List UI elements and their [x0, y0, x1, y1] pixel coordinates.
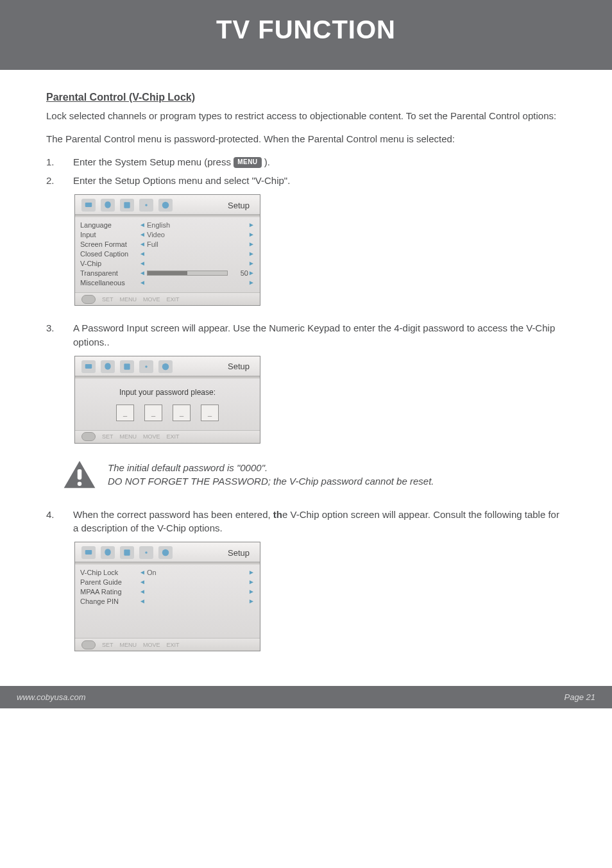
osd-setup-screenshot: Setup Language◄English► Input◄Video► Scr… [74, 194, 566, 306]
section-heading: Parental Control (V-Chip Lock) [46, 92, 566, 103]
left-arrow-icon: ◄ [139, 240, 146, 247]
step-text: Enter the Setup Options menu and select … [73, 174, 290, 188]
left-arrow-icon: ◄ [139, 588, 146, 595]
osd-label: Transparent [80, 269, 139, 277]
left-arrow-icon: ◄ [139, 597, 146, 605]
note-line-1: The initial default password is "0000". [108, 461, 434, 474]
osd-value: On [146, 569, 248, 576]
osd-footer-set: SET [102, 642, 114, 648]
warning-text: The initial default password is "0000". … [108, 461, 434, 488]
step-number: 1. [46, 155, 58, 169]
left-arrow-icon: ◄ [139, 260, 146, 267]
osd-tab-icon [158, 199, 173, 212]
note-line-2: DO NOT FORGET THE PASSWORD; the V-Chip p… [108, 474, 434, 488]
svg-point-3 [162, 202, 169, 209]
menu-key-icon: MENU [234, 157, 261, 168]
osd-row: Closed Caption◄► [80, 249, 255, 258]
password-digit-box: _ [116, 405, 134, 421]
svg-rect-5 [124, 363, 130, 369]
osd-tab-icon [101, 546, 115, 559]
osd-row: Language◄English► [80, 220, 255, 230]
step-3: 3. A Password Input screen will appear. … [46, 321, 566, 349]
osd-label: Change PIN [80, 597, 139, 605]
osd-title: Setup [228, 548, 253, 558]
osd-tab-icon [101, 199, 115, 212]
remote-icon [81, 432, 96, 441]
right-arrow-icon: ► [248, 597, 255, 605]
osd-password-prompt: Input your password please: [75, 379, 260, 405]
osd-title: Setup [228, 362, 253, 371]
osd-row: Miscellaneous◄► [80, 278, 255, 287]
svg-rect-0 [85, 203, 92, 207]
step-text: Enter the System Setup menu (press MENU … [73, 155, 270, 169]
osd-tab-icon [81, 199, 96, 212]
right-arrow-icon: ► [248, 240, 255, 247]
osd-slider-fill [148, 271, 187, 275]
osd-panel: Setup V-Chip Lock◄On► Parent Guide◄► MPA… [74, 542, 260, 651]
svg-point-6 [145, 365, 148, 368]
osd-label: Closed Caption [80, 250, 139, 258]
right-arrow-icon: ► [248, 221, 255, 228]
osd-footer-set: SET [102, 296, 114, 303]
warning-icon [63, 459, 96, 490]
osd-footer-move: MOVE [143, 433, 160, 440]
left-arrow-icon: ◄ [139, 221, 146, 228]
steps-list-cont2: 4. When the correct password has been en… [46, 508, 566, 536]
osd-tab-icon [120, 199, 134, 212]
osd-label: V-Chip [80, 260, 139, 267]
steps-list: 1. Enter the System Setup menu (press ME… [46, 155, 566, 188]
osd-label: Screen Format [80, 240, 139, 248]
osd-tab-icon [139, 360, 153, 373]
left-arrow-icon: ◄ [139, 231, 146, 238]
osd-tab-row: Setup [75, 195, 260, 215]
osd-tab-row: Setup [75, 542, 260, 562]
right-arrow-icon: ► [248, 588, 255, 595]
osd-tab-icon [81, 546, 96, 559]
password-digit-box: _ [144, 405, 162, 421]
osd-footer-menu: MENU [120, 642, 137, 648]
osd-footer-exit: EXIT [167, 433, 180, 440]
osd-label: Miscellaneous [80, 279, 139, 287]
left-arrow-icon: ◄ [139, 250, 146, 257]
protected-paragraph: The Parental Control menu is password-pr… [46, 133, 566, 146]
osd-footer-menu: MENU [120, 433, 137, 440]
left-arrow-icon: ◄ [139, 279, 146, 286]
svg-rect-11 [124, 549, 130, 555]
right-arrow-icon: ► [248, 569, 255, 576]
left-arrow-icon: ◄ [139, 269, 146, 276]
step-2: 2. Enter the Setup Options menu and sele… [46, 174, 566, 188]
osd-tab-icon [120, 546, 134, 559]
left-arrow-icon: ◄ [139, 578, 146, 585]
step-4-bold: th [273, 509, 282, 520]
osd-password-screenshot: Setup Input your password please: _ _ _ … [74, 356, 566, 444]
osd-footer-menu: MENU [120, 296, 137, 303]
osd-label: MPAA Rating [80, 588, 139, 596]
right-arrow-icon: ► [248, 578, 255, 585]
svg-point-9 [78, 481, 82, 486]
osd-label: Parent Guide [80, 578, 139, 586]
osd-footer-exit: EXIT [167, 296, 180, 303]
osd-value: Full [146, 240, 248, 248]
right-arrow-icon: ► [248, 250, 255, 257]
svg-point-2 [145, 204, 148, 206]
svg-rect-10 [85, 550, 92, 555]
left-arrow-icon: ◄ [139, 569, 146, 576]
right-arrow-icon: ► [248, 279, 255, 286]
osd-row: V-Chip Lock◄On► [80, 567, 255, 577]
osd-label: Input [80, 231, 139, 238]
svg-rect-4 [85, 363, 92, 368]
right-arrow-icon: ► [248, 231, 255, 238]
step-number: 4. [46, 508, 58, 536]
page-footer: www.cobyusa.com Page 21 [0, 686, 612, 708]
svg-rect-8 [78, 469, 82, 479]
step-4: 4. When the correct password has been en… [46, 508, 566, 536]
osd-row: MPAA Rating◄► [80, 587, 255, 596]
header-bottom-strip [0, 51, 612, 70]
osd-row: Input◄Video► [80, 230, 255, 239]
svg-point-13 [162, 549, 169, 556]
svg-point-12 [145, 551, 148, 554]
page-title: TV FUNCTION [0, 15, 612, 44]
step-text: A Password Input screen will appear. Use… [73, 321, 566, 349]
osd-footer: SET MENU MOVE EXIT [75, 292, 260, 305]
osd-footer-exit: EXIT [167, 642, 180, 648]
